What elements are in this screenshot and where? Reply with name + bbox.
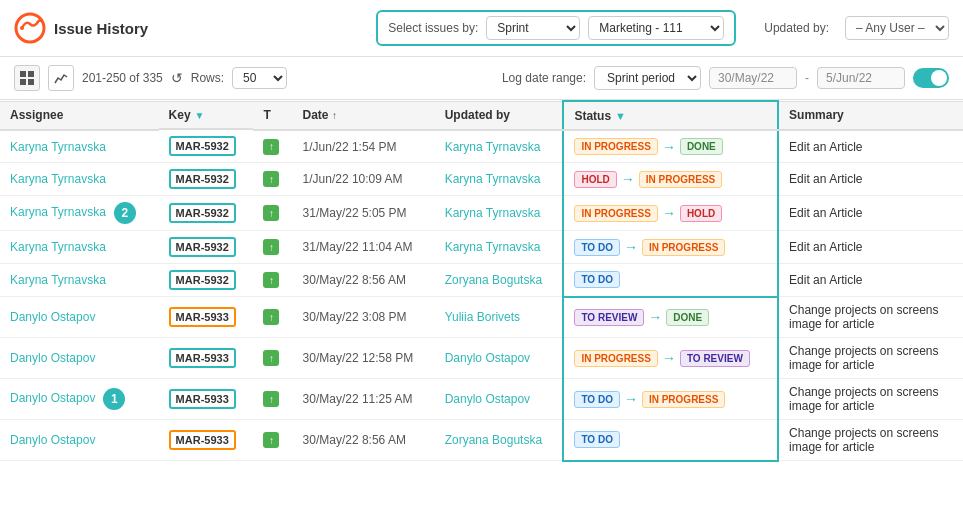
cell-updated-by: Zoryana Bogutska bbox=[435, 420, 564, 461]
status-from-badge: TO DO bbox=[574, 271, 619, 288]
cell-status: HOLD→IN PROGRESS bbox=[563, 163, 778, 196]
key-badge[interactable]: MAR-5933 bbox=[169, 389, 236, 409]
table-row: Danylo Ostapov1MAR-5933↑30/May/22 11:25 … bbox=[0, 379, 963, 420]
cell-key: MAR-5933 bbox=[159, 297, 254, 338]
toggle-switch[interactable] bbox=[913, 68, 949, 88]
count-text: 201-250 of 335 bbox=[82, 71, 163, 85]
date-from-input[interactable] bbox=[709, 67, 797, 89]
col-key: Key ▼ bbox=[159, 101, 254, 130]
updater-link[interactable]: Danylo Ostapov bbox=[445, 392, 530, 406]
status-arrow: → bbox=[624, 391, 638, 407]
cell-key: MAR-5933 bbox=[159, 379, 254, 420]
cell-date: 30/May/22 8:56 AM bbox=[293, 420, 435, 461]
cell-status: IN PROGRESS→HOLD bbox=[563, 196, 778, 231]
key-badge[interactable]: MAR-5932 bbox=[169, 203, 236, 223]
date-range-select[interactable]: Sprint period Custom bbox=[594, 66, 701, 90]
updater-link[interactable]: Karyna Tyrnavska bbox=[445, 172, 541, 186]
key-badge[interactable]: MAR-5932 bbox=[169, 136, 236, 156]
updater-link[interactable]: Karyna Tyrnavska bbox=[445, 206, 541, 220]
cell-assignee: Karyna Tyrnavska bbox=[0, 264, 159, 297]
assignee-link[interactable]: Danylo Ostapov bbox=[10, 391, 95, 405]
updater-link[interactable]: Zoryana Bogutska bbox=[445, 273, 542, 287]
any-user-select[interactable]: – Any User – bbox=[845, 16, 949, 40]
cell-key: MAR-5932 bbox=[159, 130, 254, 163]
status-filter-icon[interactable]: ▼ bbox=[615, 110, 626, 122]
cell-date: 30/May/22 3:08 PM bbox=[293, 297, 435, 338]
key-badge[interactable]: MAR-5933 bbox=[169, 430, 236, 450]
cell-date: 31/May/22 11:04 AM bbox=[293, 231, 435, 264]
toolbar-left: 201-250 of 335 ↺ Rows: 50 25 100 bbox=[14, 65, 287, 91]
date-to-input[interactable] bbox=[817, 67, 905, 89]
assignee-link[interactable]: Karyna Tyrnavska bbox=[10, 240, 106, 254]
logo: Issue History bbox=[14, 12, 148, 44]
assignee-link[interactable]: Karyna Tyrnavska bbox=[10, 273, 106, 287]
status-to-badge: TO REVIEW bbox=[680, 350, 750, 367]
key-badge[interactable]: MAR-5933 bbox=[169, 348, 236, 368]
logo-icon bbox=[14, 12, 46, 44]
updater-link[interactable]: Danylo Ostapov bbox=[445, 351, 530, 365]
assignee-link[interactable]: Karyna Tyrnavska bbox=[10, 205, 106, 219]
assignee-link[interactable]: Karyna Tyrnavska bbox=[10, 172, 106, 186]
cell-date: 31/May/22 5:05 PM bbox=[293, 196, 435, 231]
cell-date: 30/May/22 8:56 AM bbox=[293, 264, 435, 297]
type-icon: ↑ bbox=[263, 139, 279, 155]
cell-type: ↑ bbox=[253, 231, 292, 264]
svg-point-1 bbox=[20, 26, 24, 30]
updater-link[interactable]: Karyna Tyrnavska bbox=[445, 240, 541, 254]
header: Issue History Select issues by: Sprint D… bbox=[0, 0, 963, 57]
cell-updated-by: Karyna Tyrnavska bbox=[435, 196, 564, 231]
key-badge[interactable]: MAR-5932 bbox=[169, 169, 236, 189]
cell-updated-by: Karyna Tyrnavska bbox=[435, 231, 564, 264]
toolbar: 201-250 of 335 ↺ Rows: 50 25 100 Log dat… bbox=[0, 57, 963, 100]
table-row: Karyna TyrnavskaMAR-5932↑31/May/22 11:04… bbox=[0, 231, 963, 264]
status-arrow: → bbox=[662, 350, 676, 366]
chart-icon bbox=[54, 71, 68, 85]
assignee-link[interactable]: Karyna Tyrnavska bbox=[10, 140, 106, 154]
cell-assignee: Karyna Tyrnavska bbox=[0, 163, 159, 196]
cell-updated-by: Karyna Tyrnavska bbox=[435, 130, 564, 163]
key-badge[interactable]: MAR-5932 bbox=[169, 237, 236, 257]
table-row: Karyna TyrnavskaMAR-5932↑1/Jun/22 1:54 P… bbox=[0, 130, 963, 163]
project-select[interactable]: Marketing - 111 Development - 100 bbox=[588, 16, 724, 40]
key-badge[interactable]: MAR-5933 bbox=[169, 307, 236, 327]
cell-summary: Edit an Article bbox=[778, 264, 963, 297]
svg-rect-2 bbox=[20, 71, 26, 77]
cell-date: 1/Jun/22 1:54 PM bbox=[293, 130, 435, 163]
cell-type: ↑ bbox=[253, 264, 292, 297]
select-issues-label: Select issues by: bbox=[388, 21, 478, 35]
cell-summary: Change projects on screens image for art… bbox=[778, 379, 963, 420]
table-row: Karyna Tyrnavska2MAR-5932↑31/May/22 5:05… bbox=[0, 196, 963, 231]
cell-summary: Edit an Article bbox=[778, 231, 963, 264]
sprint-type-select[interactable]: Sprint Date range Custom bbox=[486, 16, 580, 40]
status-arrow: → bbox=[621, 171, 635, 187]
cell-assignee: Danylo Ostapov1 bbox=[0, 379, 159, 420]
chart-view-button[interactable] bbox=[48, 65, 74, 91]
table-container: Assignee Key ▼ T Date ↑ Updated by Statu… bbox=[0, 100, 963, 462]
rows-select[interactable]: 50 25 100 bbox=[232, 67, 287, 89]
grid-view-button[interactable] bbox=[14, 65, 40, 91]
grid-icon bbox=[20, 71, 34, 85]
circle-badge: 2 bbox=[114, 202, 136, 224]
type-icon: ↑ bbox=[263, 205, 279, 221]
type-icon: ↑ bbox=[263, 272, 279, 288]
assignee-link[interactable]: Danylo Ostapov bbox=[10, 351, 95, 365]
status-to-badge: DONE bbox=[666, 309, 709, 326]
refresh-button[interactable]: ↺ bbox=[171, 70, 183, 86]
cell-assignee: Karyna Tyrnavska bbox=[0, 130, 159, 163]
cell-status: TO DO bbox=[563, 420, 778, 461]
cell-summary: Change projects on screens image for art… bbox=[778, 338, 963, 379]
updater-link[interactable]: Zoryana Bogutska bbox=[445, 433, 542, 447]
svg-rect-5 bbox=[28, 79, 34, 85]
assignee-link[interactable]: Danylo Ostapov bbox=[10, 310, 95, 324]
updater-link[interactable]: Yuliia Borivets bbox=[445, 310, 520, 324]
updater-link[interactable]: Karyna Tyrnavska bbox=[445, 140, 541, 154]
assignee-link[interactable]: Danylo Ostapov bbox=[10, 433, 95, 447]
cell-key: MAR-5932 bbox=[159, 163, 254, 196]
log-date-label: Log date range: bbox=[502, 71, 586, 85]
status-from-badge: TO DO bbox=[574, 239, 619, 256]
cell-summary: Edit an Article bbox=[778, 130, 963, 163]
status-from-badge: HOLD bbox=[574, 171, 616, 188]
key-badge[interactable]: MAR-5932 bbox=[169, 270, 236, 290]
table-row: Karyna TyrnavskaMAR-5932↑1/Jun/22 10:09 … bbox=[0, 163, 963, 196]
cell-date: 30/May/22 12:58 PM bbox=[293, 338, 435, 379]
